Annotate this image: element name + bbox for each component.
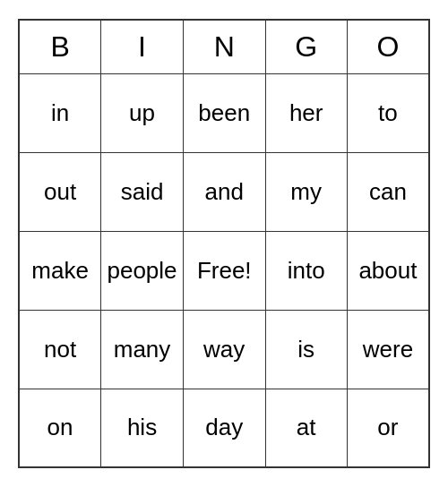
bingo-cell-3-2: way	[183, 310, 265, 389]
header-letter-g: G	[265, 20, 347, 73]
bingo-cell-4-4: or	[347, 389, 429, 467]
header-row: BINGO	[19, 20, 429, 73]
bingo-cell-3-4: were	[347, 310, 429, 389]
header-letter-o: O	[347, 20, 429, 73]
bingo-cell-0-4: to	[347, 73, 429, 152]
bingo-row-2: makepeopleFree!intoabout	[19, 231, 429, 310]
header-letter-n: N	[183, 20, 265, 73]
bingo-cell-2-1: people	[101, 231, 184, 310]
bingo-cell-2-0: make	[19, 231, 101, 310]
bingo-cell-2-4: about	[347, 231, 429, 310]
bingo-row-4: onhisdayator	[19, 389, 429, 467]
bingo-cell-0-3: her	[265, 73, 347, 152]
bingo-cell-1-4: can	[347, 152, 429, 231]
bingo-cell-3-0: not	[19, 310, 101, 389]
bingo-cell-2-3: into	[265, 231, 347, 310]
bingo-cell-4-3: at	[265, 389, 347, 467]
bingo-cell-0-0: in	[19, 73, 101, 152]
bingo-cell-3-3: is	[265, 310, 347, 389]
bingo-cell-2-2: Free!	[183, 231, 265, 310]
bingo-row-0: inupbeenherto	[19, 73, 429, 152]
bingo-row-3: notmanywayiswere	[19, 310, 429, 389]
bingo-cell-4-2: day	[183, 389, 265, 467]
bingo-cell-0-2: been	[183, 73, 265, 152]
bingo-row-1: outsaidandmycan	[19, 152, 429, 231]
bingo-cell-1-1: said	[101, 152, 184, 231]
bingo-cell-1-2: and	[183, 152, 265, 231]
bingo-cell-4-1: his	[101, 389, 184, 467]
bingo-cell-1-0: out	[19, 152, 101, 231]
bingo-cell-3-1: many	[101, 310, 184, 389]
header-letter-i: I	[101, 20, 184, 73]
header-letter-b: B	[19, 20, 101, 73]
bingo-card: BINGO inupbeenhertooutsaidandmycanmakepe…	[18, 19, 430, 468]
bingo-cell-1-3: my	[265, 152, 347, 231]
bingo-cell-4-0: on	[19, 389, 101, 467]
bingo-cell-0-1: up	[101, 73, 184, 152]
